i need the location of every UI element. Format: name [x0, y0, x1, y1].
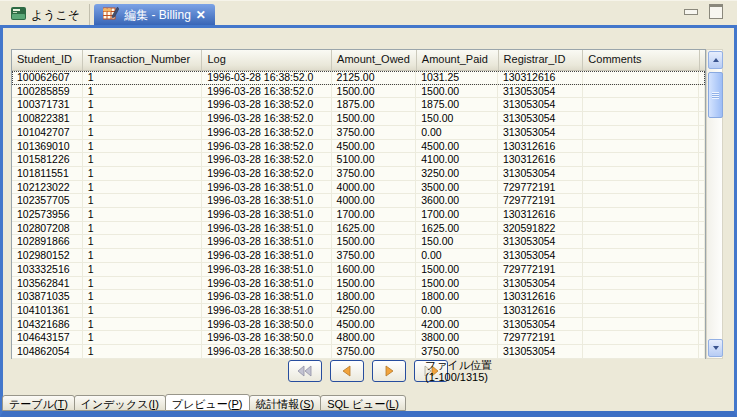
table-row[interactable]: 10333251611996-03-28 16:38:51.01600.0015…: [12, 263, 705, 277]
table-cell[interactable]: 5100.00: [332, 153, 417, 166]
table-cell[interactable]: 150.00: [416, 112, 498, 125]
table-cell[interactable]: [583, 249, 699, 262]
table-cell[interactable]: 100062607: [12, 71, 83, 84]
table-cell[interactable]: 1996-03-28 16:38:52.0: [202, 85, 331, 98]
scrollbar-thumb[interactable]: [708, 72, 723, 118]
table-cell[interactable]: [583, 222, 699, 235]
table-cell[interactable]: 102980152: [12, 249, 83, 262]
table-cell[interactable]: 3750.00: [332, 126, 417, 139]
table-cell[interactable]: 1: [83, 153, 202, 166]
table-cell[interactable]: 3750.00: [416, 345, 498, 358]
table-row[interactable]: 10158122611996-03-28 16:38:52.05100.0041…: [12, 153, 705, 167]
table-cell[interactable]: 1996-03-28 16:38:51.0: [202, 235, 331, 248]
table-cell[interactable]: 4800.00: [332, 331, 417, 344]
table-row[interactable]: 10289186611996-03-28 16:38:51.01500.0015…: [12, 235, 705, 249]
table-cell[interactable]: 3250.00: [416, 167, 498, 180]
tab-sql-view[interactable]: SQL ビュー(L): [320, 395, 406, 411]
table-cell[interactable]: 313053054: [498, 235, 583, 248]
table-row[interactable]: 10410136111996-03-28 16:38:51.04250.000.…: [12, 304, 705, 318]
table-cell[interactable]: 0.00: [416, 304, 498, 317]
table-cell[interactable]: 1: [83, 71, 202, 84]
column-header[interactable]: Student_ID: [12, 50, 83, 70]
table-cell[interactable]: 1: [83, 98, 202, 111]
table-cell[interactable]: 313053054: [498, 98, 583, 111]
table-cell[interactable]: 0.00: [416, 126, 498, 139]
table-cell[interactable]: 1031.25: [416, 71, 498, 84]
table-cell[interactable]: 130312616: [498, 304, 583, 317]
table-cell[interactable]: 1: [83, 222, 202, 235]
table-cell[interactable]: 1996-03-28 16:38:51.0: [202, 194, 331, 207]
table-cell[interactable]: 130312616: [498, 208, 583, 221]
table-cell[interactable]: 1: [83, 112, 202, 125]
table-cell[interactable]: 130312616: [498, 71, 583, 84]
table-cell[interactable]: 1500.00: [416, 85, 498, 98]
table-cell[interactable]: [583, 126, 699, 139]
table-cell[interactable]: 101369010: [12, 140, 83, 153]
table-cell[interactable]: 4250.00: [332, 304, 417, 317]
table-cell[interactable]: 729772191: [498, 181, 583, 194]
table-cell[interactable]: 4500.00: [332, 318, 417, 331]
table-row[interactable]: 10486205411996-03-28 16:38:50.03750.0037…: [12, 345, 705, 359]
table-cell[interactable]: 101811551: [12, 167, 83, 180]
table-cell[interactable]: 4000.00: [332, 194, 417, 207]
column-header[interactable]: Transaction_Number: [83, 50, 203, 70]
scroll-down-button[interactable]: [708, 339, 723, 357]
table-cell[interactable]: 3750.00: [332, 167, 417, 180]
tab-statistics[interactable]: 統計情報(S): [249, 395, 322, 411]
table-cell[interactable]: 1: [83, 304, 202, 317]
table-cell[interactable]: 1996-03-28 16:38:51.0: [202, 277, 331, 290]
table-cell[interactable]: 313053054: [498, 249, 583, 262]
column-header[interactable]: Amount_Paid: [417, 50, 499, 70]
table-cell[interactable]: 1996-03-28 16:38:52.0: [202, 140, 331, 153]
table-cell[interactable]: 100285859: [12, 85, 83, 98]
table-cell[interactable]: 0.00: [416, 249, 498, 262]
table-cell[interactable]: 1: [83, 235, 202, 248]
column-header[interactable]: Amount_Owed: [332, 50, 417, 70]
table-cell[interactable]: 313053054: [498, 345, 583, 358]
table-cell[interactable]: [583, 153, 699, 166]
table-cell[interactable]: 104643157: [12, 331, 83, 344]
table-cell[interactable]: 1996-03-28 16:38:50.0: [202, 318, 331, 331]
table-cell[interactable]: 1: [83, 331, 202, 344]
table-row[interactable]: 10104270711996-03-28 16:38:52.03750.000.…: [12, 126, 705, 140]
table-cell[interactable]: 1: [83, 181, 202, 194]
table-cell[interactable]: 729772191: [498, 331, 583, 344]
table-cell[interactable]: 4000.00: [332, 181, 417, 194]
table-cell[interactable]: 320591822: [498, 222, 583, 235]
table-cell[interactable]: [583, 208, 699, 221]
table-cell[interactable]: 1625.00: [332, 222, 417, 235]
table-cell[interactable]: 102573956: [12, 208, 83, 221]
table-row[interactable]: 10082238111996-03-28 16:38:52.01500.0015…: [12, 112, 705, 126]
table-cell[interactable]: [583, 331, 699, 344]
table-cell[interactable]: 1996-03-28 16:38:52.0: [202, 126, 331, 139]
table-cell[interactable]: 102357705: [12, 194, 83, 207]
tab-indexes[interactable]: インデックス(I): [74, 395, 166, 411]
table-cell[interactable]: 313053054: [498, 318, 583, 331]
table-row[interactable]: 10037173111996-03-28 16:38:52.01875.0018…: [12, 98, 705, 112]
table-cell[interactable]: 1996-03-28 16:38:50.0: [202, 345, 331, 358]
table-cell[interactable]: 150.00: [416, 235, 498, 248]
table-row[interactable]: 10136901011996-03-28 16:38:52.04500.0045…: [12, 140, 705, 154]
table-cell[interactable]: 101581226: [12, 153, 83, 166]
table-row[interactable]: 10006260711996-03-28 16:38:52.02125.0010…: [12, 71, 705, 85]
table-row[interactable]: 10028585911996-03-28 16:38:52.01500.0015…: [12, 85, 705, 99]
table-cell[interactable]: 1800.00: [332, 290, 417, 303]
table-cell[interactable]: 103562841: [12, 277, 83, 290]
table-cell[interactable]: 1996-03-28 16:38:52.0: [202, 167, 331, 180]
table-cell[interactable]: [583, 318, 699, 331]
table-cell[interactable]: 1: [83, 140, 202, 153]
table-cell[interactable]: 1875.00: [416, 98, 498, 111]
table-cell[interactable]: 313053054: [498, 167, 583, 180]
editor-tab-welcome[interactable]: ようこそ: [2, 4, 90, 26]
table-cell[interactable]: 313053054: [498, 112, 583, 125]
table-cell[interactable]: 1: [83, 249, 202, 262]
table-cell[interactable]: 1: [83, 290, 202, 303]
table-cell[interactable]: [583, 345, 699, 358]
table-cell[interactable]: 103332516: [12, 263, 83, 276]
table-cell[interactable]: 1: [83, 208, 202, 221]
table-cell[interactable]: 1500.00: [332, 277, 417, 290]
table-row[interactable]: 10235770511996-03-28 16:38:51.04000.0036…: [12, 194, 705, 208]
table-cell[interactable]: 1500.00: [332, 235, 417, 248]
table-cell[interactable]: 1700.00: [332, 208, 417, 221]
table-cell[interactable]: 1600.00: [332, 263, 417, 276]
